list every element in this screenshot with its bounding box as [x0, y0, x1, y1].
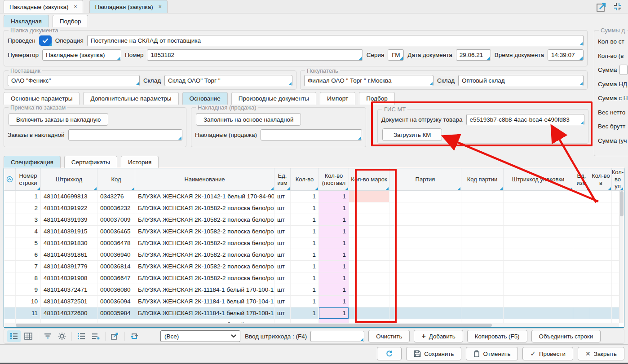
cell-qty[interactable]: 1: [291, 272, 319, 284]
sums-value-input[interactable]: [619, 65, 628, 75]
cell-qty_in[interactable]: [590, 214, 612, 225]
scrollbar-thumb[interactable]: [620, 191, 624, 216]
cell-name[interactable]: БЛУЗКА ЖЕНСКАЯ 2К-10582-2 полоска бело/р…: [135, 237, 274, 249]
cell-unit2[interactable]: [573, 237, 590, 249]
cell-unit2[interactable]: [573, 249, 590, 260]
close-icon[interactable]: ×: [74, 4, 77, 10]
cell-barcode[interactable]: 4810140372501: [41, 296, 97, 307]
cell-gutter[interactable]: [4, 226, 16, 237]
expand-icon[interactable]: [596, 1, 607, 13]
cell-n[interactable]: 3: [16, 214, 41, 225]
cell-pack_barcode[interactable]: [504, 307, 573, 319]
toolbar-button-3[interactable]: Объединить строки: [531, 330, 601, 342]
cell-unit2[interactable]: [573, 272, 590, 284]
cell-code[interactable]: 000037009: [97, 214, 135, 225]
cell-code[interactable]: 0343276: [97, 191, 135, 202]
cell-unit2[interactable]: [573, 261, 590, 272]
cell-pack_barcode[interactable]: [504, 237, 573, 249]
cell-name[interactable]: БЛУЗКА ЖЕНСКАЯ 2К-11184-1 белый 170-104-…: [135, 296, 274, 307]
cell-n[interactable]: 9: [16, 284, 41, 295]
column-header-n[interactable]: Номер строки: [16, 168, 41, 190]
cell-qty[interactable]: 1: [291, 261, 319, 272]
cell-qty_in[interactable]: [590, 237, 612, 249]
cell-marks[interactable]: [349, 226, 389, 237]
table-row[interactable]: 74810140391779000036814БЛУЗКА ЖЕНСКАЯ 2К…: [4, 261, 624, 272]
cell-batch[interactable]: [389, 296, 461, 307]
cell-n[interactable]: 10: [16, 296, 41, 307]
cell-batch_code[interactable]: [461, 237, 504, 249]
cell-barcode[interactable]: 4810140372471: [41, 284, 97, 295]
supplier-sklad-input[interactable]: Склад ОАО" Торг ": [164, 75, 292, 86]
cell-delivered[interactable]: 1: [319, 191, 349, 202]
cell-barcode[interactable]: 4810140391922: [41, 202, 97, 214]
gis-doc-input[interactable]: e55193b7-c8b8-4aac-bca4-e490fd83: [466, 114, 584, 125]
column-header-pack_barcode[interactable]: Штрихкод упаковки: [504, 168, 573, 190]
cell-barcode[interactable]: 4810140391908: [41, 272, 97, 284]
cell-unit[interactable]: шт: [274, 284, 291, 295]
cell-gutter[interactable]: [4, 307, 16, 319]
cell-n[interactable]: 5: [16, 237, 41, 249]
cell-n[interactable]: 8: [16, 272, 41, 284]
cell-batch_code[interactable]: [461, 261, 504, 272]
table-row[interactable]: 104810140372501000036094БЛУЗКА ЖЕНСКАЯ 2…: [4, 296, 624, 307]
cell-unit2[interactable]: [573, 307, 590, 319]
toolbar-button-1[interactable]: +Добавить: [414, 330, 463, 342]
cell-delivered[interactable]: 1: [319, 261, 349, 272]
reload-icon[interactable]: [128, 330, 141, 342]
action-button-Сохранить[interactable]: Сохранить: [406, 347, 461, 360]
cell-n[interactable]: 11: [16, 307, 41, 319]
cell-qty[interactable]: 1: [291, 191, 319, 202]
cell-qty[interactable]: 1: [291, 202, 319, 214]
cell-batch_code[interactable]: [461, 226, 504, 237]
settings-icon[interactable]: [55, 330, 69, 342]
cell-unit[interactable]: шт: [274, 261, 291, 272]
cell-pack_barcode[interactable]: [504, 191, 573, 202]
cell-batch[interactable]: [389, 249, 461, 260]
list-view-icon[interactable]: [7, 330, 21, 342]
column-header-batch[interactable]: Партия: [389, 168, 461, 190]
cell-pack_barcode[interactable]: [504, 261, 573, 272]
cell-name[interactable]: БЛУЗКА ЖЕНСКАЯ 2К-10582-2 полоска бело/р…: [135, 249, 274, 260]
cell-marks[interactable]: [349, 261, 389, 272]
cell-unit[interactable]: шт: [274, 237, 291, 249]
cell-gutter[interactable]: [4, 202, 16, 214]
cell-batch[interactable]: [389, 237, 461, 249]
action-button-refresh-icon[interactable]: [377, 347, 402, 360]
cell-name[interactable]: БЛУЗКА ЖЕНСКАЯ 2К-10582-2 полоска бело/р…: [135, 202, 274, 214]
cell-delivered[interactable]: 1: [319, 202, 349, 214]
add-rows-icon[interactable]: [89, 330, 102, 342]
table-row[interactable]: 34810140391939000037009БЛУЗКА ЖЕНСКАЯ 2К…: [4, 214, 624, 226]
cell-delivered[interactable]: 1: [319, 272, 349, 284]
cell-barcode[interactable]: 4810140391915: [41, 226, 97, 237]
cell-batch_code[interactable]: [461, 214, 504, 225]
cell-code[interactable]: 000036080: [97, 284, 135, 295]
cell-batch[interactable]: [389, 261, 461, 272]
number-input[interactable]: 1853182: [147, 49, 363, 61]
cell-batch_code[interactable]: [461, 284, 504, 295]
operation-input[interactable]: Поступление на СКЛАД от поставщика: [87, 35, 584, 46]
cell-qty_in[interactable]: [590, 272, 612, 284]
cell-code[interactable]: 000036814: [97, 261, 135, 272]
cell-unit[interactable]: шт: [274, 272, 291, 284]
grid-view-icon[interactable]: [22, 330, 35, 342]
column-header-batch_code[interactable]: Код партии: [461, 168, 504, 190]
load-km-button[interactable]: Загрузить КМ: [382, 128, 442, 141]
column-header-qty_in[interactable]: Кол-во в: [590, 168, 612, 190]
table-row[interactable]: 148101406998130343276БЛУЗКА ЖЕНСКАЯ 2К-1…: [4, 191, 624, 202]
column-header-barcode[interactable]: Штрихкод: [41, 168, 97, 190]
cell-pack_barcode[interactable]: [504, 296, 573, 307]
cell-unit2[interactable]: [573, 191, 590, 202]
cell-batch[interactable]: [389, 284, 461, 295]
cell-gutter[interactable]: [4, 214, 16, 225]
cell-delivered[interactable]: 1: [319, 226, 349, 237]
column-header-unit[interactable]: Ед. изм: [274, 168, 291, 190]
cell-unit[interactable]: шт: [274, 202, 291, 214]
cell-qty[interactable]: 1: [291, 237, 319, 249]
cell-qty_in[interactable]: [590, 261, 612, 272]
toolbar-button-2[interactable]: Копировать (F5): [467, 330, 527, 342]
cell-qty_in[interactable]: [590, 191, 612, 202]
cell-name[interactable]: БЛУЗКА ЖЕНСКАЯ 2К-10582-2 полоска бело/р…: [135, 261, 274, 272]
cell-delivered[interactable]: 1: [319, 296, 349, 307]
tab-spec-0[interactable]: Спецификация: [4, 156, 61, 168]
cell-code[interactable]: 000036478: [97, 237, 135, 249]
